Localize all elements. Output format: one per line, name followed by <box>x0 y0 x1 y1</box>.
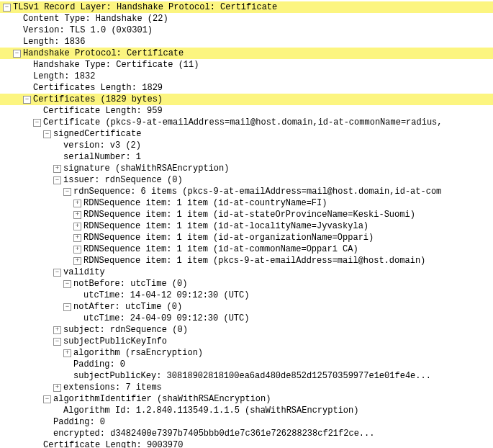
tree-label: signedCertificate <box>53 128 141 140</box>
certificate-entry[interactable]: − Certificate (pkcs-9-at-emailAddress=ma… <box>0 117 493 128</box>
plus-icon[interactable]: + <box>73 246 81 254</box>
plus-icon[interactable]: + <box>73 223 81 230</box>
tree-label: Algorithm Id: 1.2.840.113549.1.1.5 (shaW… <box>63 405 358 416</box>
minus-icon[interactable]: − <box>3 4 11 12</box>
algorithm-id[interactable]: Algorithm Id: 1.2.840.113549.1.1.5 (shaW… <box>0 405 493 416</box>
rdn-sequence[interactable]: − rdnSequence: 6 items (pkcs-9-at-emailA… <box>0 186 493 197</box>
minus-icon[interactable]: − <box>53 176 61 184</box>
tree-label: Version: TLS 1.0 (0x0301) <box>23 24 153 36</box>
rdn-item-state[interactable]: + RDNSequence item: 1 item (id-at-stateO… <box>0 209 493 220</box>
cert-version[interactable]: version: v3 (2) <box>0 140 493 151</box>
tree-label: version: v3 (2) <box>63 140 141 151</box>
plus-icon[interactable]: + <box>73 257 81 265</box>
certificates-header[interactable]: − Certificates (1829 bytes) <box>0 94 493 105</box>
minus-icon[interactable]: − <box>13 50 21 58</box>
tree-label: Handshake Protocol: Certificate <box>23 48 184 59</box>
tree-label: RDNSequence item: 1 item (id-at-organiza… <box>83 232 374 243</box>
tree-label: TLSv1 Record Layer: Handshake Protocol: … <box>13 1 277 13</box>
record-layer-header[interactable]: − TLSv1 Record Layer: Handshake Protocol… <box>0 1 493 13</box>
minus-icon[interactable]: − <box>33 119 41 127</box>
tree-label: notBefore: utcTime (0) <box>73 278 187 290</box>
tree-label: subjectPublicKey: 30818902818100ea6ad480… <box>73 370 431 382</box>
tree-label: algorithm (rsaEncryption) <box>73 347 203 359</box>
algorithm-identifier[interactable]: − algorithmIdentifier (shaWithRSAEncrypt… <box>0 393 493 405</box>
plus-icon[interactable]: + <box>73 200 81 207</box>
plus-icon[interactable]: + <box>73 234 81 242</box>
length[interactable]: Length: 1836 <box>0 36 493 48</box>
tree-label: Padding: 0 <box>53 416 105 428</box>
rdn-item-locality[interactable]: + RDNSequence item: 1 item (id-at-locali… <box>0 220 493 232</box>
handshake-length[interactable]: Length: 1832 <box>0 71 493 82</box>
tree-label: encrypted: d3482400e7397b7405bbb0d1e7c36… <box>53 428 374 439</box>
sig-padding[interactable]: Padding: 0 <box>0 416 493 428</box>
tree-label: RDNSequence item: 1 item (id-at-commonNa… <box>83 243 358 255</box>
minus-icon[interactable]: − <box>43 395 51 403</box>
validity[interactable]: − validity <box>0 266 493 278</box>
tree-label: Certificates (1829 bytes) <box>33 94 163 105</box>
extensions[interactable]: + extensions: 7 items <box>0 382 493 393</box>
tree-label: Length: 1832 <box>33 71 95 82</box>
tree-label: notAfter: utcTime (0) <box>73 301 182 313</box>
tree-label: utcTime: 24-04-09 09:12:30 (UTC) <box>83 313 249 324</box>
not-after[interactable]: − notAfter: utcTime (0) <box>0 301 493 313</box>
spki-padding[interactable]: Padding: 0 <box>0 359 493 370</box>
version[interactable]: Version: TLS 1.0 (0x0301) <box>0 24 493 36</box>
tree-label: algorithmIdentifier (shaWithRSAEncryptio… <box>53 393 271 405</box>
plus-icon[interactable]: + <box>53 326 61 334</box>
not-after-utc[interactable]: utcTime: 24-04-09 09:12:30 (UTC) <box>0 313 493 324</box>
handshake-protocol-header[interactable]: − Handshake Protocol: Certificate <box>0 48 493 59</box>
spki-algorithm[interactable]: + algorithm (rsaEncryption) <box>0 347 493 359</box>
tree-label: Content Type: Handshake (22) <box>23 13 168 24</box>
tree-label: Certificate Length: 959 <box>43 105 163 117</box>
tree-label: serialNumber: 1 <box>63 151 141 163</box>
tree-label: RDNSequence item: 1 item (id-at-countryN… <box>83 197 327 209</box>
handshake-type[interactable]: Handshake Type: Certificate (11) <box>0 59 493 71</box>
minus-icon[interactable]: − <box>63 280 71 288</box>
tree-label: RDNSequence item: 1 item (id-at-stateOrP… <box>83 209 415 220</box>
tree-label: Handshake Type: Certificate (11) <box>33 59 199 71</box>
spki-key[interactable]: subjectPublicKey: 30818902818100ea6ad480… <box>0 370 493 382</box>
minus-icon[interactable]: − <box>43 130 51 138</box>
signed-certificate[interactable]: − signedCertificate <box>0 128 493 140</box>
plus-icon[interactable]: + <box>53 384 61 392</box>
tree-label: subjectPublicKeyInfo <box>63 336 167 347</box>
tree-label: validity <box>63 266 105 278</box>
cert-serial[interactable]: serialNumber: 1 <box>0 151 493 163</box>
content-type[interactable]: Content Type: Handshake (22) <box>0 13 493 24</box>
tree-label: subject: rdnSequence (0) <box>63 324 188 336</box>
subject[interactable]: + subject: rdnSequence (0) <box>0 324 493 336</box>
tree-label: signature (shaWithRSAEncryption) <box>63 163 229 174</box>
tree-label: RDNSequence item: 1 item (id-at-locality… <box>83 220 368 232</box>
minus-icon[interactable]: − <box>53 338 61 346</box>
tree-label: RDNSequence item: 1 item (pkcs-9-at-emai… <box>83 255 425 266</box>
encrypted[interactable]: encrypted: d3482400e7397b7405bbb0d1e7c36… <box>0 428 493 439</box>
minus-icon[interactable]: − <box>63 303 71 311</box>
rdn-item-country[interactable]: + RDNSequence item: 1 item (id-at-countr… <box>0 197 493 209</box>
rdn-item-email[interactable]: + RDNSequence item: 1 item (pkcs-9-at-em… <box>0 255 493 266</box>
tree-label: Certificate Length: 9003970 <box>43 439 183 448</box>
cert-signature[interactable]: + signature (shaWithRSAEncryption) <box>0 163 493 174</box>
tree-label: utcTime: 14-04-12 09:12:30 (UTC) <box>83 290 249 301</box>
subject-public-key-info[interactable]: − subjectPublicKeyInfo <box>0 336 493 347</box>
minus-icon[interactable]: − <box>53 269 61 277</box>
minus-icon[interactable]: − <box>63 188 71 196</box>
rdn-item-org[interactable]: + RDNSequence item: 1 item (id-at-organi… <box>0 232 493 243</box>
tree-label: extensions: 7 items <box>63 382 162 393</box>
tree-label: Length: 1836 <box>23 36 85 48</box>
tree-label: Certificates Length: 1829 <box>33 82 163 94</box>
plus-icon[interactable]: + <box>73 211 81 219</box>
certificate-length-1[interactable]: Certificate Length: 959 <box>0 105 493 117</box>
tree-label: Certificate (pkcs-9-at-emailAddress=mail… <box>43 117 443 128</box>
certificates-length[interactable]: Certificates Length: 1829 <box>0 82 493 94</box>
plus-icon[interactable]: + <box>63 349 71 357</box>
certificate-length-2[interactable]: Certificate Length: 9003970 <box>0 439 493 448</box>
not-before-utc[interactable]: utcTime: 14-04-12 09:12:30 (UTC) <box>0 290 493 301</box>
issuer[interactable]: − issuer: rdnSequence (0) <box>0 174 493 186</box>
plus-icon[interactable]: + <box>53 165 61 173</box>
not-before[interactable]: − notBefore: utcTime (0) <box>0 278 493 290</box>
minus-icon[interactable]: − <box>23 96 31 104</box>
rdn-item-cn[interactable]: + RDNSequence item: 1 item (id-at-common… <box>0 243 493 255</box>
tree-label: issuer: rdnSequence (0) <box>63 174 183 186</box>
tree-label: rdnSequence: 6 items (pkcs-9-at-emailAdd… <box>73 186 441 197</box>
tree-label: Padding: 0 <box>73 359 125 370</box>
